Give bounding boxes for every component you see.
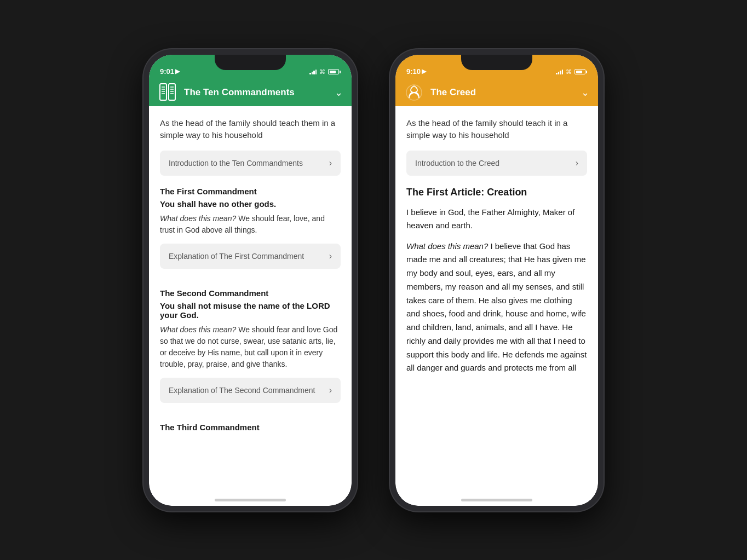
phone-creed: 9:10 ▶ ⌘: [390, 49, 604, 511]
second-commandment-button-label: Explanation of The Second Commandment: [169, 386, 315, 395]
header-title-2: The Creed: [430, 87, 581, 98]
section-first-article: The First Article: Creation I believe in…: [406, 187, 587, 376]
app-header-1: The Ten Commandments ⌄: [149, 79, 352, 106]
intro-button-chevron-2: ›: [576, 158, 578, 168]
status-time-2: 9:10 ▶: [406, 67, 426, 76]
status-bar-2: 9:10 ▶ ⌘: [395, 55, 598, 79]
signal-icon-2: [556, 69, 563, 74]
content-area-2: As the head of the family should teach i…: [395, 106, 598, 495]
header-chevron-1[interactable]: ⌄: [335, 86, 343, 99]
home-indicator-1: [149, 495, 352, 506]
status-icons-2: ⌘: [556, 68, 587, 76]
article-title: The First Article: Creation: [406, 187, 587, 198]
intro-button-label-1: Introduction to the Ten Commandments: [169, 159, 303, 168]
first-commandment-button[interactable]: Explanation of The First Commandment ›: [160, 244, 341, 269]
article-verse: I believe in God, the Father Almighty, M…: [406, 206, 587, 232]
status-time-1: 9:01 ▶: [160, 67, 180, 76]
location-icon: ▶: [175, 68, 180, 75]
section-third-commandment: The Third Commandment: [160, 423, 341, 435]
wifi-icon: ⌘: [319, 68, 325, 76]
second-commandment-button[interactable]: Explanation of The Second Commandment ›: [160, 378, 341, 403]
commandments-icon: [158, 83, 177, 102]
first-commandment-button-label: Explanation of The First Commandment: [169, 252, 304, 261]
intro-text-1: As the head of the family should teach t…: [160, 117, 341, 142]
battery-icon-2: [574, 69, 587, 74]
first-commandment-title: The First Commandment: [160, 187, 341, 196]
svg-rect-1: [169, 84, 175, 100]
intro-button-2[interactable]: Introduction to the Creed ›: [406, 151, 587, 176]
svg-rect-0: [160, 84, 166, 100]
creed-icon: [404, 83, 424, 102]
signal-icon: [309, 69, 317, 74]
home-indicator-2: [395, 495, 598, 506]
second-commandment-title: The Second Commandment: [160, 288, 341, 298]
home-bar-1: [215, 499, 286, 501]
status-icons-1: ⌘: [309, 68, 341, 76]
first-commandment-bold: You shall have no other gods.: [160, 199, 341, 209]
header-title-1: The Ten Commandments: [184, 87, 335, 98]
first-commandment-chevron: ›: [329, 251, 332, 261]
section-first-commandment: The First Commandment You shall have no …: [160, 187, 341, 280]
what-does-mean-1: What does this mean?: [160, 214, 236, 223]
second-commandment-body: What does this mean? We should fear and …: [160, 324, 341, 370]
what-does-mean-2: What does this mean?: [160, 325, 236, 334]
header-chevron-2[interactable]: ⌄: [581, 86, 589, 99]
home-bar-2: [461, 499, 532, 501]
first-commandment-body: What does this mean? We should fear, lov…: [160, 213, 341, 236]
location-icon-2: ▶: [422, 68, 426, 75]
second-commandment-bold: You shall not misuse the name of the LOR…: [160, 301, 341, 320]
content-area-1: As the head of the family should teach t…: [149, 106, 352, 495]
wifi-icon-2: ⌘: [566, 68, 572, 76]
what-does-mean-creed: What does this mean?: [406, 241, 488, 251]
third-commandment-title: The Third Commandment: [160, 423, 341, 432]
second-commandment-chevron: ›: [329, 385, 332, 395]
battery-icon: [328, 69, 341, 74]
intro-button-label-2: Introduction to the Creed: [415, 159, 499, 168]
app-header-2: The Creed ⌄: [395, 79, 598, 106]
intro-button-1[interactable]: Introduction to the Ten Commandments ›: [160, 151, 341, 176]
section-second-commandment: The Second Commandment You shall not mis…: [160, 288, 341, 414]
status-bar-1: 9:01 ▶ ⌘: [149, 55, 352, 79]
phone-commandments: 9:01 ▶ ⌘: [143, 49, 357, 511]
intro-text-2: As the head of the family should teach i…: [406, 117, 587, 142]
intro-button-chevron-1: ›: [329, 158, 332, 168]
article-explanation: What does this mean? I believe that God …: [406, 240, 587, 376]
